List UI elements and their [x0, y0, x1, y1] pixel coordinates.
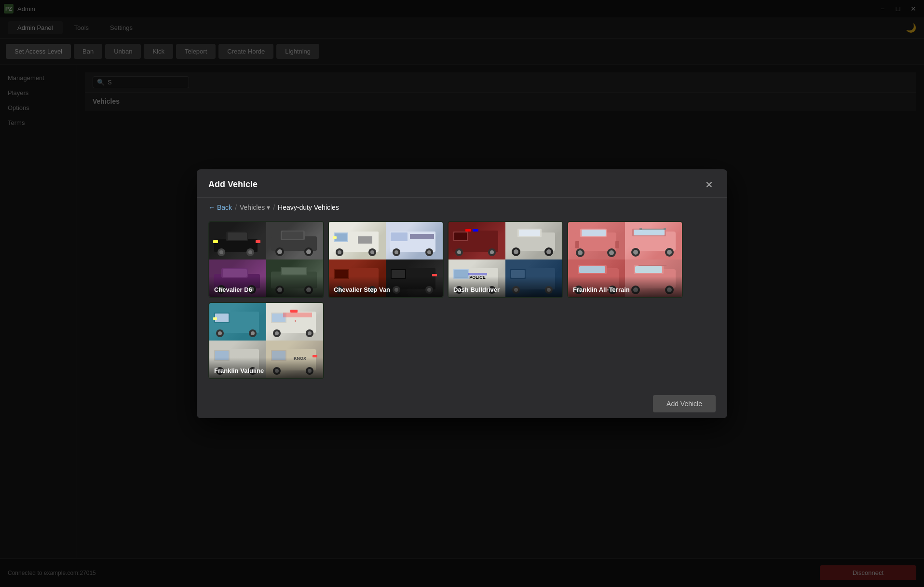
svg-rect-104: [634, 230, 665, 235]
svg-rect-95: [582, 230, 606, 236]
svg-rect-81: [468, 273, 487, 275]
svg-point-97: [578, 250, 583, 255]
vehicle-label-chevalier-d6: Chevalier D6: [209, 276, 323, 297]
svg-point-144: [308, 331, 312, 335]
breadcrumb-vehicles-label: Vehicles: [240, 204, 265, 211]
modal-footer: Add Vehicle: [197, 389, 727, 418]
svg-point-76: [546, 249, 551, 254]
svg-rect-134: [213, 317, 217, 320]
svg-point-142: [275, 331, 279, 335]
svg-rect-139: [290, 310, 298, 313]
svg-point-67: [457, 250, 461, 254]
vehicle-img-cell: [386, 222, 443, 259]
vehicle-card-franklin-all-terrain[interactable]: Franklin All-Terrain: [567, 221, 683, 298]
vehicle-label-valuline: Franklin Valuline: [209, 357, 323, 378]
breadcrumb-back-button[interactable]: ← Back: [208, 204, 232, 211]
breadcrumb-sep-2: /: [273, 204, 275, 211]
back-arrow-icon: ←: [208, 204, 215, 211]
svg-rect-11: [282, 232, 303, 239]
vehicle-label-step-van: Chevalier Step Van: [329, 276, 443, 297]
svg-rect-2: [228, 232, 247, 240]
svg-rect-121: [635, 266, 662, 273]
svg-rect-111: [639, 229, 666, 230]
vehicle-img-cell: [209, 222, 266, 259]
svg-rect-114: [579, 266, 605, 273]
svg-point-6: [248, 250, 252, 254]
vehicle-label-franklin-at: Franklin All-Terrain: [568, 276, 682, 297]
svg-rect-100: [575, 241, 579, 248]
svg-point-45: [427, 250, 431, 254]
modal-close-button[interactable]: ✕: [702, 178, 716, 191]
breadcrumb: ← Back / Vehicles ▾ / Heavy-duty Vehicle…: [197, 198, 727, 217]
svg-rect-101: [615, 241, 619, 248]
svg-point-74: [514, 249, 518, 254]
vehicle-card-chevalier-d6[interactable]: Chevalier D6: [208, 221, 324, 298]
vehicle-card-franklin-valuline[interactable]: +: [208, 302, 324, 379]
svg-point-131: [218, 331, 222, 335]
back-label: Back: [217, 204, 232, 211]
vehicle-img-cell: [625, 222, 682, 259]
add-vehicle-modal: Add Vehicle ✕ ← Back / Vehicles ▾ / Heav…: [197, 169, 727, 418]
svg-point-69: [490, 250, 494, 254]
svg-rect-65: [473, 229, 478, 232]
svg-rect-64: [465, 229, 471, 232]
svg-rect-138: [283, 313, 312, 317]
vehicle-card-dash-bulldriver[interactable]: POLICE: [448, 221, 563, 298]
vehicle-img-cell: [329, 222, 386, 259]
svg-rect-126: [639, 265, 666, 266]
vehicle-img-cell: [448, 222, 505, 259]
modal-backdrop: Add Vehicle ✕ ← Back / Vehicles ▾ / Heav…: [0, 0, 924, 587]
modal-title: Add Vehicle: [208, 179, 258, 190]
svg-point-37: [370, 250, 374, 254]
svg-rect-33: [358, 236, 372, 244]
svg-text:+: +: [294, 319, 297, 323]
vehicle-grid: Chevalier D6: [197, 217, 727, 389]
vehicle-label-bulldriver: Dash Bulldriver: [448, 276, 562, 297]
svg-point-4: [219, 250, 223, 254]
vehicle-img-cell: [209, 303, 266, 341]
svg-rect-7: [213, 240, 218, 243]
svg-rect-8: [256, 240, 260, 243]
svg-rect-129: [215, 314, 229, 322]
svg-point-35: [338, 250, 341, 254]
svg-point-108: [667, 250, 672, 255]
breadcrumb-sep-1: /: [235, 204, 237, 211]
vehicle-card-chevalier-step-van[interactable]: Chevalier Step Van: [328, 221, 444, 298]
svg-point-133: [251, 331, 255, 335]
vehicle-img-cell: +: [266, 303, 323, 341]
svg-rect-18: [223, 269, 247, 277]
add-vehicle-button[interactable]: Add Vehicle: [653, 395, 716, 412]
svg-point-43: [394, 250, 398, 254]
svg-rect-41: [410, 234, 434, 239]
breadcrumb-current: Heavy-duty Vehicles: [278, 204, 339, 211]
svg-point-99: [609, 250, 614, 255]
modal-header: Add Vehicle ✕: [197, 169, 727, 198]
breadcrumb-vehicles[interactable]: Vehicles ▾: [240, 204, 270, 211]
svg-rect-40: [391, 232, 408, 241]
breadcrumb-dropdown-icon: ▾: [267, 204, 270, 211]
vehicle-img-cell: [266, 222, 323, 259]
vehicle-img-cell: [505, 222, 562, 259]
vehicle-img-cell: [568, 222, 625, 259]
svg-point-13: [277, 249, 282, 254]
svg-rect-63: [454, 232, 467, 240]
svg-rect-38: [333, 236, 337, 239]
svg-rect-72: [519, 230, 540, 236]
svg-point-106: [633, 250, 638, 255]
svg-rect-25: [282, 268, 306, 274]
svg-point-15: [306, 249, 311, 254]
